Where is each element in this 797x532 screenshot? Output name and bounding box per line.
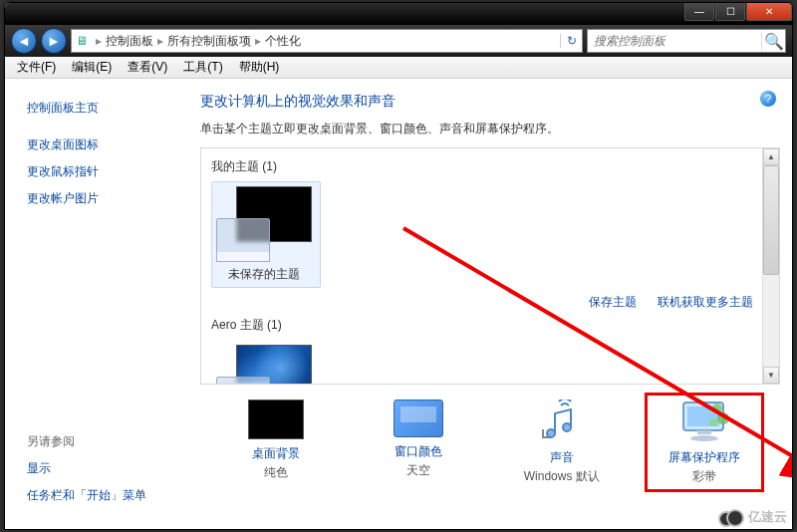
watermark-text: 亿速云 [748,508,787,526]
breadcrumb-mid[interactable]: 所有控制面板项 [167,33,251,50]
search-icon[interactable]: 🔍 [761,32,785,51]
svg-point-1 [563,423,571,431]
close-button[interactable]: ✕ [746,3,792,21]
cloud-icon [718,508,744,526]
sounds-link[interactable]: 声音 Windows 默认 [502,393,622,492]
sounds-label: 声音 [507,449,617,466]
svg-point-5 [712,403,722,413]
window-color-value: 天空 [364,462,473,479]
page-description: 单击某个主题立即更改桌面背景、窗口颜色、声音和屏幕保护程序。 [200,121,780,137]
watermark: 亿速云 [718,508,787,526]
sidebar-home[interactable]: 控制面板主页 [27,95,184,122]
menu-view[interactable]: 查看(V) [122,57,173,78]
scroll-down-button[interactable]: ▼ [763,367,779,384]
seealso-taskbar[interactable]: 任务栏和「开始」菜单 [27,482,184,509]
seealso-heading: 另请参阅 [27,428,184,455]
group-aero-themes: Aero 主题 (1) [211,317,769,334]
menu-edit[interactable]: 编辑(E) [66,57,118,78]
screensaver-icon [676,399,732,443]
sounds-value: Windows 默认 [507,468,617,485]
scrollbar[interactable]: ▲ ▼ [762,148,779,384]
breadcrumb[interactable]: 🖥 ▸ 控制面板 ▸ 所有控制面板项 ▸ 个性化 ↻ [71,29,583,53]
sidebar: 控制面板主页 更改桌面图标 更改鼠标指针 更改帐户图片 另请参阅 显示 任务栏和… [5,79,194,529]
svg-point-6 [717,412,729,424]
svg-point-0 [547,429,555,437]
window-color-link[interactable]: 窗口颜色 天空 [359,393,478,492]
window-color-label: 窗口颜色 [364,443,473,460]
screensaver-link[interactable]: 屏幕保护程序 彩带 [645,393,764,492]
menu-file[interactable]: 文件(F) [11,57,62,78]
control-panel-icon: 🖥 [72,34,92,48]
svg-point-4 [690,435,718,441]
menu-help[interactable]: 帮助(H) [233,57,286,78]
sidebar-item-icons[interactable]: 更改桌面图标 [27,132,184,158]
screensaver-value: 彩带 [650,468,759,485]
sound-icon [534,399,590,443]
theme-name: 未保存的主题 [216,266,312,283]
desktop-background-label: 桌面背景 [221,445,331,462]
sidebar-item-account-pic[interactable]: 更改帐户图片 [27,185,184,212]
themes-listbox: 我的主题 (1) 未保存的主题 保存主题 联机获取更多主题 Aero 主题 (1… [200,147,780,385]
search-box[interactable]: 🔍 [587,29,786,53]
scroll-thumb[interactable] [763,165,779,275]
svg-point-7 [709,418,717,426]
desktop-background-icon [248,399,304,439]
screensaver-label: 屏幕保护程序 [650,449,759,466]
minimize-button[interactable]: — [684,3,714,21]
seealso-display[interactable]: 显示 [27,455,184,482]
window-color-icon [394,399,443,437]
group-my-themes: 我的主题 (1) [211,158,769,175]
breadcrumb-leaf[interactable]: 个性化 [265,33,301,50]
refresh-button[interactable]: ↻ [560,34,582,48]
scroll-track[interactable] [763,165,779,367]
scroll-up-button[interactable]: ▲ [763,148,779,165]
menu-tools[interactable]: 工具(T) [177,57,228,78]
window-titlebar: — ☐ ✕ [5,3,792,25]
chevron-right-icon: ▸ [153,34,167,48]
main-panel: ? 更改计算机上的视觉效果和声音 单击某个主题立即更改桌面背景、窗口颜色、声音和… [194,79,792,529]
sidebar-item-pointers[interactable]: 更改鼠标指针 [27,158,184,185]
breadcrumb-root[interactable]: 控制面板 [106,33,153,50]
save-theme-link[interactable]: 保存主题 [589,295,637,309]
theme-item-unsaved[interactable]: 未保存的主题 [211,181,321,288]
theme-item-aero[interactable] [211,340,321,385]
chevron-right-icon: ▸ [251,34,265,48]
menu-bar: 文件(F) 编辑(E) 查看(V) 工具(T) 帮助(H) [5,57,792,79]
page-title: 更改计算机上的视觉效果和声音 [200,93,780,111]
desktop-background-link[interactable]: 桌面背景 纯色 [216,393,336,492]
chevron-right-icon: ▸ [92,34,106,48]
desktop-background-value: 纯色 [221,464,331,481]
maximize-button[interactable]: ☐ [715,3,745,21]
theme-preview-glass-icon [216,377,270,385]
address-bar: ◄ ► 🖥 ▸ 控制面板 ▸ 所有控制面板项 ▸ 个性化 ↻ 🔍 [5,25,792,57]
help-icon[interactable]: ? [760,91,776,107]
nav-forward-button[interactable]: ► [41,28,67,54]
nav-back-button[interactable]: ◄ [11,28,37,54]
search-input[interactable] [588,34,761,48]
get-more-themes-link[interactable]: 联机获取更多主题 [658,295,753,309]
theme-preview-taskbar-icon [216,252,270,262]
